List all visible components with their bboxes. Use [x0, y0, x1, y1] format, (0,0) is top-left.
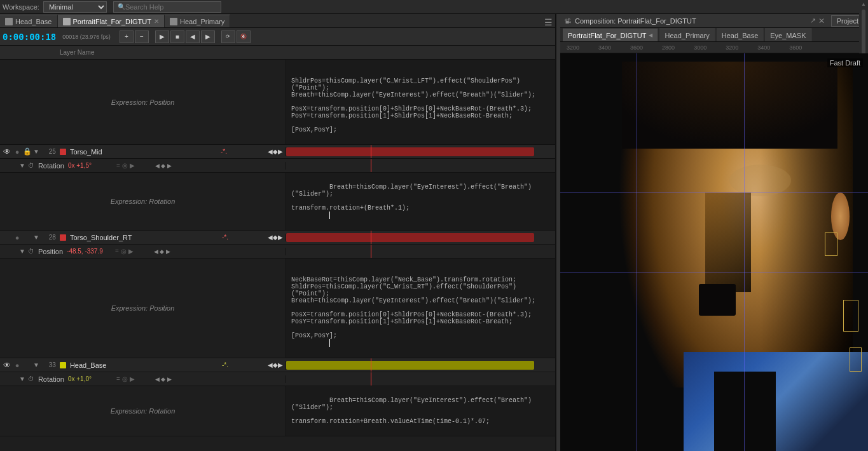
comp-tab-eye-mask[interactable]: Eye_MASK [765, 29, 811, 41]
expand-rotation-head-base[interactable]: ▼ [19, 375, 25, 382]
keyframe-icons-position-shoulder[interactable]: ◀ ◆ ▶ [154, 248, 170, 255]
comp-tabs-bar: PortraitFlat_For_DIGTUT ◀ Head_Primary H… [560, 28, 868, 42]
preview-image: Fast Draft [560, 53, 868, 451]
mute-btn[interactable]: 🔇 [237, 30, 251, 43]
sub-row-rotation-torso-mid: ▼ ⏱ Rotation 0x +1,5° = ◎ ▶ ◀ ◆ ▶ [0, 159, 555, 173]
expr-icon-s2[interactable]: ◎ [121, 248, 127, 255]
prev-frame-btn[interactable]: ◀ [186, 30, 200, 43]
comp-tab-head-primary[interactable]: Head_Primary [659, 29, 715, 41]
guide-v2 [637, 53, 637, 451]
solo-torso-shoulder-rt[interactable]: ● [13, 234, 22, 241]
layer-name-torso-shoulder-rt: Torso_Shoulder_RT [70, 234, 218, 241]
expand-torso-shoulder-rt[interactable]: ▼ [33, 234, 39, 241]
comp-panel-icon: 📽 [564, 17, 571, 25]
color-torso-shoulder-rt[interactable] [60, 234, 66, 241]
expr-row-position-shoulder-rt: Expression: Position NeckBaseRot=thisCom… [0, 259, 555, 358]
expr-icon-3[interactable]: ▶ [130, 162, 135, 169]
eye-toggle-head-base[interactable]: 👁 [3, 361, 11, 370]
expr-code-rotation-head-base[interactable]: Breath=thisComp.layer("EyeInterest").eff… [286, 386, 555, 436]
expr-icon-hb1[interactable]: = [116, 375, 120, 382]
expr-code-rotation-torso-mid[interactable]: Breath=thisComp.layer("EyeInterest").eff… [286, 173, 555, 230]
guide-v1 [744, 53, 745, 451]
lock-torso-mid[interactable]: 🔒 [23, 147, 32, 156]
playhead-position-shoulder [371, 245, 371, 258]
keyframe-nav-shoulder-rt[interactable]: ◀◆▶ [268, 234, 283, 241]
zoom-out-btn[interactable]: − [135, 30, 149, 43]
tab-head-base[interactable]: Head_Base [0, 15, 58, 27]
close-tab-icon[interactable]: ✕ [154, 18, 159, 25]
comp-tab-bar: Head_Base PortraitFlat_For_DIGTUT ✕ Head… [0, 14, 555, 28]
loop-btn[interactable]: ⟳ [221, 30, 235, 43]
layer-timeline-torso-mid [286, 145, 555, 158]
workspace-dropdown[interactable]: Minimal Standard [43, 1, 107, 13]
zoom-in-btn[interactable]: + [120, 30, 134, 43]
solo-torso-mid[interactable]: ● [13, 148, 22, 156]
text-cursor-2 [329, 339, 330, 347]
tab-portrait-flat[interactable]: PortraitFlat_For_DIGTUT ✕ [58, 15, 165, 27]
playhead-torso-mid [371, 145, 371, 158]
expr-code-above[interactable]: ShldrPos=thisComp.layer("C_Wrist_LFT").e… [286, 60, 555, 144]
position-value-torso-shoulder-rt: -48.5, -337.9 [67, 248, 111, 255]
expr-icon-2[interactable]: ◎ [122, 162, 128, 169]
top-bar: Workspace: Minimal Standard 🔍 [0, 0, 868, 14]
comp-tab-arrow-1: ◀ [649, 32, 652, 38]
layer-row-torso-mid: 👁 ● 🔒 ▼ 25 Torso_Mid -*. ◀◆▶ [0, 145, 555, 159]
comp-tab-portrait-flat[interactable]: PortraitFlat_For_DIGTUT ◀ [563, 29, 658, 41]
clock-icon-shoulder: ⏱ [28, 248, 34, 255]
layers-area[interactable]: Expression: Position ShldrPos=thisComp.l… [0, 60, 555, 451]
rotation-icons: = ◎ ▶ [116, 162, 135, 169]
keyframe-nav-head-base[interactable]: ◀◆▶ [268, 361, 283, 368]
expand-head-base[interactable]: ▼ [33, 361, 39, 368]
sub-row-position-torso-shoulder-rt: ▼ ⏱ Position -48.5, -337.9 = ◎ ▶ ◀ ◆ ▶ [0, 245, 555, 259]
rotation-timeline-headbase [286, 372, 555, 386]
expr-icon-hb3[interactable]: ▶ [130, 375, 135, 382]
fast-draft-label: Fast Draft [827, 58, 863, 67]
expand-torso-mid[interactable]: ▼ [33, 148, 39, 155]
main-area: Head_Base PortraitFlat_For_DIGTUT ✕ Head… [0, 14, 868, 451]
tab-head-primary[interactable]: Head_Primary [165, 15, 230, 27]
sel-box-3[interactable] [850, 347, 862, 372]
expr-icon-s1[interactable]: = [115, 248, 119, 255]
comp-panel-close[interactable]: ✕ [818, 17, 825, 25]
layer-left-torso-shoulder-rt: ● ▼ 28 Torso_Shoulder_RT -*. ◀◆▶ [0, 234, 286, 241]
sel-box-1[interactable] [825, 232, 837, 257]
tab-label-head-primary: Head_Primary [180, 18, 224, 25]
color-head-base[interactable] [60, 362, 66, 368]
keyframe-icons-rotation[interactable]: ◀ ◆ ▶ [155, 163, 172, 169]
layer-row-head-base: 👁 ● ▼ 33 Head_Base -*. ◀◆▶ [0, 358, 555, 372]
clock-icon-headbase: ⏱ [28, 375, 34, 382]
keyframe-nav-torso-mid[interactable]: ◀◆▶ [268, 148, 283, 155]
rotation-prop-name: Rotation [38, 162, 64, 170]
next-frame-btn[interactable]: ▶ [201, 30, 215, 43]
stop-btn[interactable]: ■ [170, 30, 184, 43]
expr-label-position-above: Expression: Position [0, 60, 286, 144]
color-torso-mid[interactable] [60, 149, 66, 155]
play-btn[interactable]: ▶ [155, 30, 169, 43]
sub-left-rotation-torso-mid: ▼ ⏱ Rotation 0x +1,5° = ◎ ▶ ◀ ◆ ▶ [0, 162, 286, 170]
comp-tab-head-base[interactable]: Head_Base [717, 29, 764, 41]
expr-label-rotation-head-base: Expression: Rotation [0, 386, 286, 436]
keyframe-icons-rotation-headbase[interactable]: ◀ ◆ ▶ [155, 376, 172, 382]
layer-value-torso-shoulder-rt: -*. [222, 234, 266, 241]
expr-icon-hb2[interactable]: ◎ [122, 375, 128, 382]
expand-position-torso-shoulder-rt[interactable]: ▼ [19, 248, 25, 255]
sel-box-2[interactable] [843, 300, 858, 332]
comp-panel-title: Composition: PortraitFlat_For_DIGTUT [575, 17, 696, 25]
timeline-controls: 0:00:00:18 00018 (23.976 fps) + − ▶ ■ ◀ … [0, 28, 555, 46]
timecode-display: 0:00:00:18 [3, 32, 56, 42]
preview-area[interactable]: Fast Draft [560, 53, 868, 451]
eye-toggle-torso-mid[interactable]: 👁 [3, 147, 11, 156]
expr-code-position-shoulder-rt[interactable]: NeckBaseRot=thisComp.layer("Neck_Base").… [286, 259, 555, 358]
search-input[interactable] [125, 3, 214, 11]
expr-icon-1[interactable]: = [116, 162, 120, 169]
expr-label-position-shoulder-rt: Expression: Position [0, 259, 286, 358]
search-box: 🔍 [113, 1, 221, 13]
layer-header: Layer Name [0, 46, 555, 60]
expand-rotation-torso-mid[interactable]: ▼ [19, 162, 25, 169]
panel-menu-icon[interactable]: ☰ [544, 17, 553, 27]
expr-icon-s3[interactable]: ▶ [128, 248, 134, 255]
guide-h2 [560, 272, 868, 273]
solo-head-base[interactable]: ● [13, 361, 22, 369]
tab-icon-head-primary [170, 18, 177, 25]
comp-panel-popout[interactable]: ↗ [810, 17, 816, 25]
